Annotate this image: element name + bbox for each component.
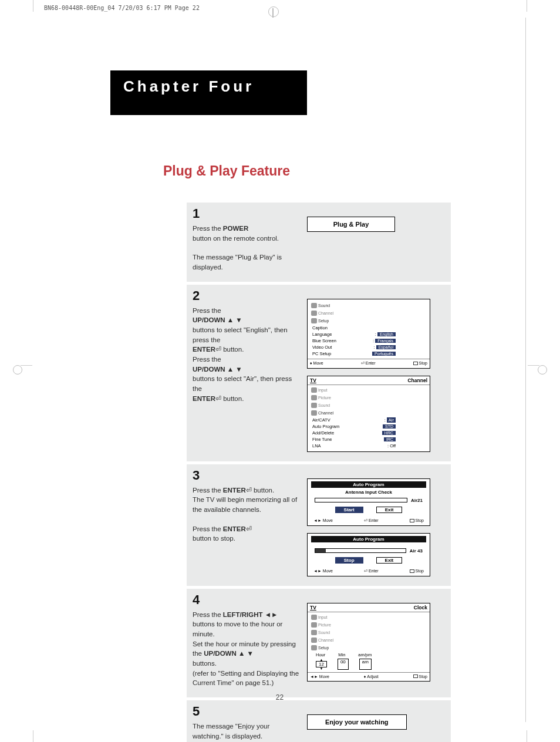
text: Press the [193, 225, 223, 232]
osd-language-menu: Sound Channel Setup Caption Language: En… [307, 299, 430, 369]
step-5-text: 5 The message "Enjoy your watching." is … [193, 705, 301, 741]
panel-footer: ◄► Move ⏎ Enter Stop [311, 567, 426, 574]
osd-footer: ♦ Move ⏎ Enter Stop [308, 359, 430, 366]
text: button to stop. [193, 534, 301, 544]
osd-footer: ◄► Move ♦ Adjust Stop [308, 672, 430, 679]
crop-center-right [538, 365, 547, 375]
sidebar-setup: Setup [310, 317, 340, 325]
text: The TV will begin memorizing all of the … [193, 495, 301, 514]
progress-row: Air21 [311, 497, 426, 504]
text: buttons. [193, 659, 301, 669]
text: buttons to select "Air", then press the [193, 374, 301, 393]
stop-icon [410, 569, 414, 573]
trim-mark [33, 730, 33, 742]
leftright-label: LEFT/RIGHT [223, 611, 263, 618]
button-row: Start Exit [311, 504, 426, 515]
print-header: BN68-00448R-00Eng_04 7/20/03 6:17 PM Pag… [44, 5, 200, 11]
text: The message "Enjoy your watching." is di… [193, 721, 301, 741]
text: buttons to select "English", then press … [193, 325, 301, 345]
step-5-illus: Enjoy your watching [307, 705, 445, 741]
crop-mark-top [261, 0, 285, 18]
text: Press the [193, 611, 223, 618]
step-4-text: 4 Press the LEFT/RIGHT ◄► buttons to mov… [193, 593, 301, 688]
panel-footer: ◄► Move ⏎ Enter Stop [311, 517, 426, 523]
step-number: 5 [193, 705, 301, 718]
exit-button[interactable]: Exit [376, 507, 403, 513]
stop-button[interactable]: Stop [335, 557, 363, 564]
progress-bar [315, 548, 406, 553]
hour-field[interactable]: ▲12▼ [316, 659, 327, 670]
trim-mark [33, 0, 33, 12]
text: button. [221, 346, 244, 353]
trim-mark [527, 730, 527, 742]
ampm-field[interactable]: am [359, 659, 372, 670]
step-number: 3 [193, 469, 301, 482]
input-icon [311, 615, 317, 620]
sidebar-sound: Sound [310, 402, 340, 409]
step-number: 4 [193, 593, 301, 606]
sidebar-input: Input [310, 386, 340, 394]
step-2-text: 2 Press the UP/DOWN ▲ ▼ buttons to selec… [193, 289, 301, 452]
sidebar-setup: Setup [310, 644, 340, 652]
channel-indicator: Air 43 [410, 548, 423, 554]
button-row: Stop Exit [311, 555, 426, 566]
sound-icon [311, 630, 317, 635]
text: button. [252, 487, 274, 494]
osd-sidebar: Input Picture Sound Channel [310, 386, 340, 417]
step-1-text: 1 Press the POWER button on the remote c… [193, 207, 301, 272]
page-number: 22 [34, 693, 525, 701]
step-3-text: 3 Press the ENTER⏎ button. The TV will b… [193, 469, 301, 576]
step-5: 5 The message "Enjoy your watching." is … [187, 700, 451, 742]
trim-mark [527, 0, 527, 12]
sidebar-picture: Picture [310, 621, 340, 629]
step-2: 2 Press the UP/DOWN ▲ ▼ buttons to selec… [187, 285, 451, 461]
feature-title: Plug & Play Feature [163, 163, 439, 179]
chapter-heading: Chapter Four [110, 70, 307, 115]
updown-label: UP/DOWN [204, 650, 237, 657]
exit-button[interactable]: Exit [376, 557, 403, 564]
setup-icon [311, 318, 317, 323]
osd-sidebar: Sound Channel Setup [310, 302, 340, 325]
osd-header: TV Clock [308, 603, 430, 612]
chapter-title: Chapter Four [123, 77, 254, 96]
setup-icon [311, 645, 317, 650]
steps-container: 1 Press the POWER button on the remote c… [187, 203, 451, 742]
antenna-icon [311, 638, 317, 643]
sound-icon [311, 403, 317, 408]
sidebar-channel: Channel [310, 636, 340, 644]
step-3-illus: Auto Program Antenna Input Check Air21 S… [307, 469, 445, 576]
input-icon [311, 387, 317, 393]
enter-label: ENTER [193, 395, 215, 402]
enter-label: ENTER [223, 525, 246, 532]
antenna-icon [311, 311, 317, 316]
step-number: 2 [193, 289, 301, 302]
step-3: 3 Press the ENTER⏎ button. The TV will b… [187, 464, 451, 586]
sidebar-sound: Sound [310, 302, 340, 309]
panel-title: Auto Program [311, 481, 426, 488]
step-4: 4 Press the LEFT/RIGHT ◄► buttons to mov… [187, 589, 451, 697]
updown-label: UP/DOWN [193, 366, 225, 373]
trim-mark [21, 365, 32, 366]
step-2-illus: Sound Channel Setup Caption Language: En… [307, 289, 445, 452]
text: button. [221, 395, 244, 402]
stop-icon [413, 674, 418, 678]
step-4-illus: TV Clock Input Picture Sound Channel Set… [307, 593, 445, 688]
osd-channel-menu: TV Channel Input Picture Sound Channel A… [307, 376, 430, 452]
text: The message "Plug & Play" is displayed. [193, 252, 301, 272]
step-1: 1 Press the POWER button on the remote c… [187, 203, 451, 282]
start-button[interactable]: Start [335, 507, 363, 513]
antenna-icon [311, 410, 317, 416]
picture-icon [311, 395, 317, 400]
text: Press the [193, 306, 301, 316]
sidebar-channel: Channel [310, 309, 340, 317]
progress-row: Air 43 [311, 547, 426, 555]
power-label: POWER [223, 225, 248, 232]
min-field[interactable]: 00 [338, 659, 349, 670]
auto-program-panel-2: Auto Program Air 43 Stop Exit ◄► Move [307, 533, 430, 576]
enjoy-message: Enjoy your watching [307, 714, 407, 730]
content-area: Chapter Four Plug & Play Feature 1 Press… [110, 70, 439, 742]
panel-title: Auto Program [311, 536, 426, 542]
panel-subtitle: Antenna Input Check [311, 488, 426, 497]
plug-play-message: Plug & Play [307, 217, 395, 232]
text: buttons to move to the hour or minute. [193, 619, 301, 639]
